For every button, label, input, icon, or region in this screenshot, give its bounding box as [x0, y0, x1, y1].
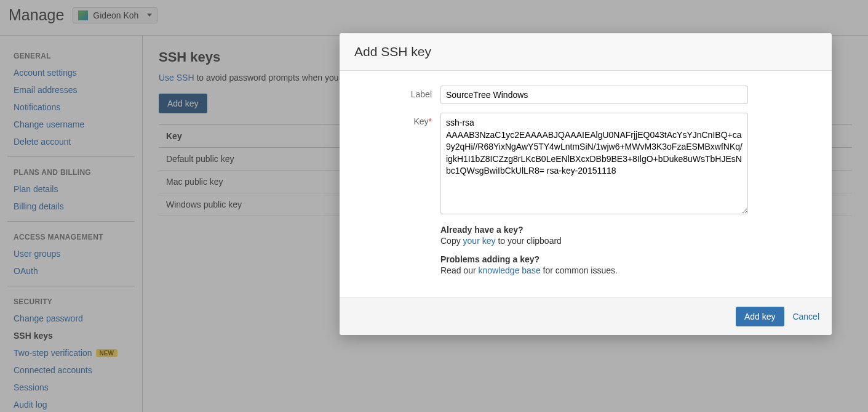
help-problems-title: Problems adding a key?: [440, 254, 540, 264]
key-field-label: Key*: [354, 113, 440, 216]
modal-title: Add SSH key: [354, 44, 817, 59]
add-ssh-key-modal: Add SSH key Label Key* Already have a ke…: [340, 33, 832, 335]
your-key-link[interactable]: your key: [463, 236, 496, 246]
ssh-key-textarea[interactable]: [440, 113, 748, 214]
modal-cancel-button[interactable]: Cancel: [792, 312, 819, 321]
required-asterisk: *: [429, 116, 432, 126]
knowledge-base-link[interactable]: knowledge base: [478, 265, 540, 275]
help-copy-prefix: Copy: [440, 236, 463, 246]
modal-add-key-button[interactable]: Add key: [736, 307, 784, 326]
key-label-text: Key: [413, 116, 428, 126]
help-read-suffix: for common issues.: [541, 265, 618, 275]
help-read-prefix: Read our: [440, 265, 478, 275]
label-field-label: Label: [354, 86, 440, 104]
ssh-label-input[interactable]: [440, 86, 748, 104]
help-already-have-key-title: Already have a key?: [440, 225, 524, 235]
help-copy-suffix: to your clipboard: [496, 236, 562, 246]
